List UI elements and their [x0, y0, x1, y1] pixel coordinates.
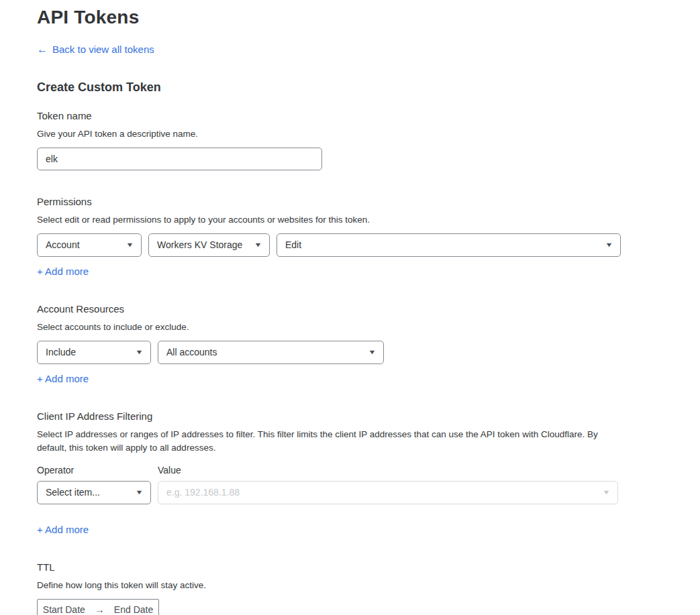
account-mode-select[interactable]: Include ▼ [37, 341, 151, 364]
permission-access-value: Edit [285, 239, 301, 250]
back-arrow-icon: ← [37, 44, 48, 55]
permission-access-select[interactable]: Edit ▼ [277, 233, 621, 257]
operator-label: Operator [37, 465, 158, 476]
chevron-down-icon: ▼ [126, 241, 134, 248]
ttl-end-date[interactable]: End Date [114, 604, 153, 615]
value-label: Value [158, 465, 181, 476]
chevron-down-icon: ▼ [254, 241, 262, 248]
section-client-ip: Client IP Address Filtering Select IP ad… [37, 410, 700, 536]
token-name-description: Give your API token a descriptive name. [37, 127, 700, 141]
permissions-description: Select edit or read permissions to apply… [37, 213, 700, 227]
permission-resource-select[interactable]: Workers KV Storage ▼ [148, 233, 270, 257]
section-ttl: TTL Define how long this token will stay… [37, 561, 700, 615]
permission-scope-value: Account [46, 239, 80, 250]
ttl-label: TTL [37, 561, 700, 573]
accounts-select[interactable]: All accounts ▼ [158, 341, 384, 364]
permissions-add-more-link[interactable]: + Add more [37, 266, 89, 277]
back-link[interactable]: ← Back to view all tokens [37, 44, 154, 55]
permission-resource-value: Workers KV Storage [157, 239, 242, 250]
section-permissions: Permissions Select edit or read permissi… [37, 196, 700, 278]
client-ip-label: Client IP Address Filtering [37, 410, 700, 422]
account-resources-description: Select accounts to include or exclude. [37, 321, 700, 334]
permission-scope-select[interactable]: Account ▼ [37, 233, 142, 257]
ttl-description: Define how long this token will stay act… [37, 579, 700, 592]
ip-value-input[interactable] [166, 487, 598, 498]
client-ip-add-more-link[interactable]: + Add more [37, 524, 89, 535]
ttl-date-range-picker[interactable]: Start Date → End Date [37, 599, 159, 615]
permissions-label: Permissions [37, 196, 700, 207]
chevron-down-icon: ▼ [135, 349, 143, 355]
ip-operator-value: Select item... [46, 487, 100, 498]
chevron-down-icon: ▼ [135, 489, 143, 496]
chevron-down-icon: ▼ [368, 349, 376, 355]
chevron-down-icon: ▼ [605, 241, 613, 248]
client-ip-row: Select item... ▼ ▼ [37, 481, 700, 504]
accounts-value: All accounts [166, 347, 217, 357]
account-resources-label: Account Resources [37, 303, 700, 315]
client-ip-description: Select IP addresses or ranges of IP addr… [37, 428, 615, 455]
form-heading: Create Custom Token [37, 80, 700, 95]
account-resources-add-more-link[interactable]: + Add more [37, 373, 89, 384]
permissions-row: Account ▼ Workers KV Storage ▼ Edit ▼ [37, 233, 700, 257]
token-name-label: Token name [37, 110, 700, 121]
back-link-label: Back to view all tokens [52, 44, 154, 55]
section-token-name: Token name Give your API token a descrip… [37, 110, 700, 170]
account-resources-row: Include ▼ All accounts ▼ [37, 341, 700, 364]
account-mode-value: Include [46, 347, 76, 357]
arrow-right-icon: → [95, 604, 105, 615]
token-name-input[interactable] [37, 148, 322, 170]
ip-value-combobox[interactable]: ▼ [158, 481, 618, 504]
page-title: API Tokens [37, 7, 700, 28]
api-tokens-page: API Tokens ← Back to view all tokens Cre… [0, 0, 700, 615]
chevron-down-icon: ▼ [602, 489, 610, 496]
client-ip-column-labels: Operator Value [37, 465, 700, 476]
ip-operator-select[interactable]: Select item... ▼ [37, 481, 151, 504]
ttl-start-date[interactable]: Start Date [43, 604, 85, 615]
section-account-resources: Account Resources Select accounts to inc… [37, 303, 700, 385]
